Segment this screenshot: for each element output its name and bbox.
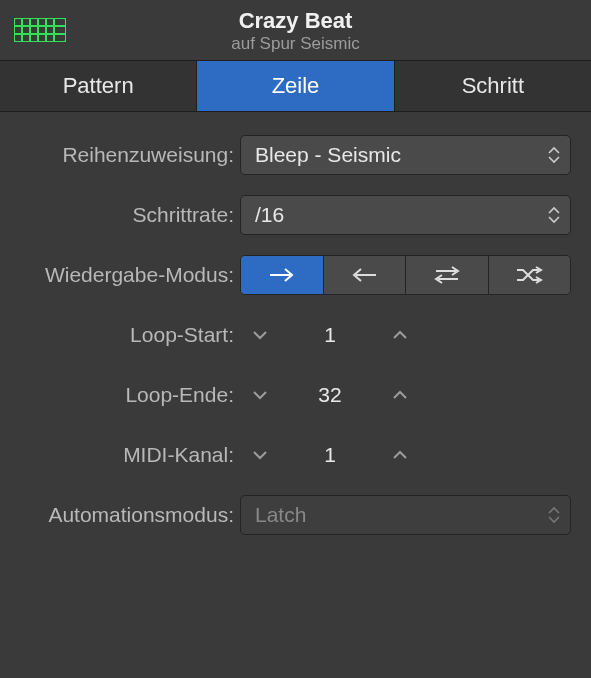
midichannel-label: MIDI-Kanal:	[12, 443, 240, 467]
playmode-label: Wiedergabe-Modus:	[12, 263, 240, 287]
tab-pattern[interactable]: Pattern	[0, 61, 197, 111]
row-midichannel: MIDI-Kanal: 1	[12, 434, 571, 476]
sequencer-grid-icon	[14, 18, 66, 42]
updown-stepper-icon	[548, 506, 560, 524]
row-assignment: Reihenzuweisung: Bleep - Seismic	[12, 134, 571, 176]
loopstart-value[interactable]: 1	[280, 323, 380, 347]
loopend-label: Loop-Ende:	[12, 383, 240, 407]
loopstart-stepper[interactable]: 1	[240, 315, 420, 355]
tab-bar: Pattern Zeile Schritt	[0, 61, 591, 112]
tab-label: Pattern	[63, 73, 134, 98]
playmode-random-button[interactable]	[489, 256, 571, 294]
row-loopstart: Loop-Start: 1	[12, 314, 571, 356]
row-playmode: Wiedergabe-Modus:	[12, 254, 571, 296]
tab-zeile[interactable]: Zeile	[197, 61, 394, 111]
step-sequencer-row-inspector: Crazy Beat auf Spur Seismic Pattern Zeil…	[0, 0, 591, 678]
steprate-select[interactable]: /16	[240, 195, 571, 235]
midichannel-value[interactable]: 1	[280, 443, 380, 467]
chevron-down-icon	[252, 329, 268, 341]
loopend-stepper[interactable]: 32	[240, 375, 420, 415]
automationmode-select[interactable]: Latch	[240, 495, 571, 535]
automationmode-value: Latch	[255, 503, 306, 527]
tab-label: Zeile	[272, 73, 320, 98]
assignment-value: Bleep - Seismic	[255, 143, 401, 167]
shuffle-icon	[514, 265, 544, 285]
assignment-label: Reihenzuweisung:	[12, 143, 240, 167]
updown-stepper-icon	[548, 146, 560, 164]
chevron-down-icon	[252, 389, 268, 401]
loopstart-decrement[interactable]	[240, 315, 280, 355]
loopstart-label: Loop-Start:	[12, 323, 240, 347]
arrow-left-icon	[350, 266, 378, 284]
midichannel-increment[interactable]	[380, 435, 420, 475]
arrows-left-right-icon	[432, 265, 462, 285]
page-subtitle: auf Spur Seismic	[12, 34, 579, 54]
row-loopend: Loop-Ende: 32	[12, 374, 571, 416]
chevron-up-icon	[392, 389, 408, 401]
playmode-forward-button[interactable]	[241, 256, 324, 294]
tab-schritt[interactable]: Schritt	[395, 61, 591, 111]
steprate-value: /16	[255, 203, 284, 227]
header: Crazy Beat auf Spur Seismic	[0, 0, 591, 61]
automationmode-label: Automationsmodus:	[12, 503, 240, 527]
chevron-up-icon	[392, 329, 408, 341]
row-steprate: Schrittrate: /16	[12, 194, 571, 236]
playmode-pingpong-button[interactable]	[406, 256, 489, 294]
page-title: Crazy Beat	[12, 8, 579, 34]
chevron-down-icon	[252, 449, 268, 461]
content: Reihenzuweisung: Bleep - Seismic Schritt…	[0, 112, 591, 574]
playmode-backward-button[interactable]	[324, 256, 407, 294]
loopend-decrement[interactable]	[240, 375, 280, 415]
chevron-up-icon	[392, 449, 408, 461]
tab-label: Schritt	[462, 73, 524, 98]
loopstart-increment[interactable]	[380, 315, 420, 355]
arrow-right-icon	[268, 266, 296, 284]
loopend-increment[interactable]	[380, 375, 420, 415]
updown-stepper-icon	[548, 206, 560, 224]
loopend-value[interactable]: 32	[280, 383, 380, 407]
midichannel-decrement[interactable]	[240, 435, 280, 475]
assignment-select[interactable]: Bleep - Seismic	[240, 135, 571, 175]
playmode-segmented	[240, 255, 571, 295]
row-automationmode: Automationsmodus: Latch	[12, 494, 571, 536]
steprate-label: Schrittrate:	[12, 203, 240, 227]
midichannel-stepper[interactable]: 1	[240, 435, 420, 475]
